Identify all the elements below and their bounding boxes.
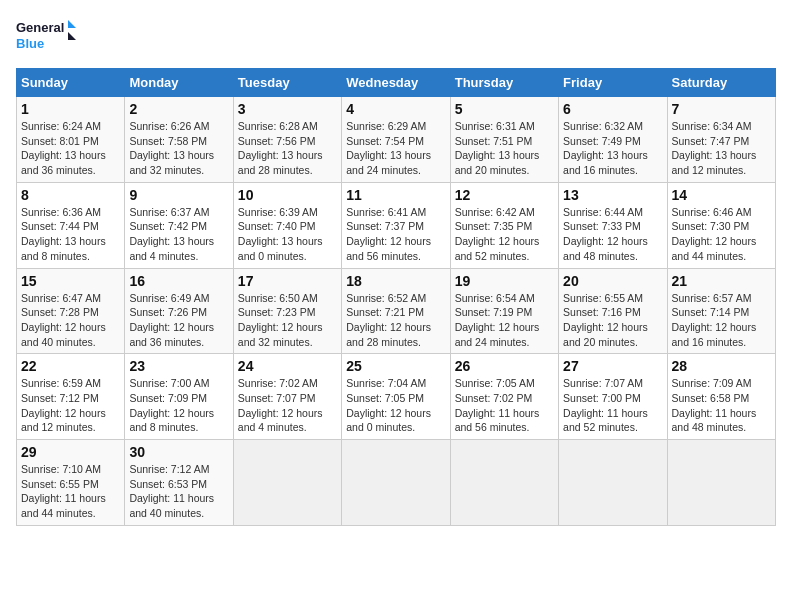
- day-number: 1: [21, 101, 120, 117]
- sunset-label: Sunset: 7:51 PM: [455, 135, 533, 147]
- calendar-cell: [342, 440, 450, 526]
- daylight-label: Daylight: 13 hours and 32 minutes.: [129, 149, 214, 176]
- calendar-cell: 11 Sunrise: 6:41 AM Sunset: 7:37 PM Dayl…: [342, 182, 450, 268]
- daylight-label: Daylight: 13 hours and 8 minutes.: [21, 235, 106, 262]
- sunrise-label: Sunrise: 6:29 AM: [346, 120, 426, 132]
- sunrise-label: Sunrise: 7:07 AM: [563, 377, 643, 389]
- calendar-cell: [233, 440, 341, 526]
- daylight-label: Daylight: 13 hours and 0 minutes.: [238, 235, 323, 262]
- day-number: 27: [563, 358, 662, 374]
- sunset-label: Sunset: 6:53 PM: [129, 478, 207, 490]
- calendar-cell: 10 Sunrise: 6:39 AM Sunset: 7:40 PM Dayl…: [233, 182, 341, 268]
- sunrise-label: Sunrise: 6:37 AM: [129, 206, 209, 218]
- daylight-label: Daylight: 13 hours and 28 minutes.: [238, 149, 323, 176]
- sunset-label: Sunset: 7:12 PM: [21, 392, 99, 404]
- day-info: Sunrise: 7:12 AM Sunset: 6:53 PM Dayligh…: [129, 462, 228, 521]
- sunset-label: Sunset: 7:58 PM: [129, 135, 207, 147]
- day-info: Sunrise: 6:34 AM Sunset: 7:47 PM Dayligh…: [672, 119, 771, 178]
- calendar-week-5: 29 Sunrise: 7:10 AM Sunset: 6:55 PM Dayl…: [17, 440, 776, 526]
- daylight-label: Daylight: 13 hours and 4 minutes.: [129, 235, 214, 262]
- daylight-label: Daylight: 13 hours and 24 minutes.: [346, 149, 431, 176]
- daylight-label: Daylight: 12 hours and 4 minutes.: [238, 407, 323, 434]
- daylight-label: Daylight: 12 hours and 8 minutes.: [129, 407, 214, 434]
- calendar-cell: [667, 440, 775, 526]
- day-info: Sunrise: 6:50 AM Sunset: 7:23 PM Dayligh…: [238, 291, 337, 350]
- day-number: 13: [563, 187, 662, 203]
- day-info: Sunrise: 6:41 AM Sunset: 7:37 PM Dayligh…: [346, 205, 445, 264]
- calendar-cell: [559, 440, 667, 526]
- sunrise-label: Sunrise: 6:49 AM: [129, 292, 209, 304]
- day-info: Sunrise: 6:49 AM Sunset: 7:26 PM Dayligh…: [129, 291, 228, 350]
- sunset-label: Sunset: 7:28 PM: [21, 306, 99, 318]
- day-info: Sunrise: 6:36 AM Sunset: 7:44 PM Dayligh…: [21, 205, 120, 264]
- day-info: Sunrise: 6:37 AM Sunset: 7:42 PM Dayligh…: [129, 205, 228, 264]
- day-number: 22: [21, 358, 120, 374]
- sunset-label: Sunset: 7:44 PM: [21, 220, 99, 232]
- sunset-label: Sunset: 7:26 PM: [129, 306, 207, 318]
- sunrise-label: Sunrise: 6:57 AM: [672, 292, 752, 304]
- sunrise-label: Sunrise: 7:09 AM: [672, 377, 752, 389]
- daylight-label: Daylight: 12 hours and 12 minutes.: [21, 407, 106, 434]
- calendar-cell: 8 Sunrise: 6:36 AM Sunset: 7:44 PM Dayli…: [17, 182, 125, 268]
- sunset-label: Sunset: 7:49 PM: [563, 135, 641, 147]
- calendar-cell: [450, 440, 558, 526]
- sunset-label: Sunset: 7:16 PM: [563, 306, 641, 318]
- calendar-cell: 26 Sunrise: 7:05 AM Sunset: 7:02 PM Dayl…: [450, 354, 558, 440]
- svg-text:General: General: [16, 20, 64, 35]
- day-number: 17: [238, 273, 337, 289]
- calendar-cell: 13 Sunrise: 6:44 AM Sunset: 7:33 PM Dayl…: [559, 182, 667, 268]
- sunrise-label: Sunrise: 6:42 AM: [455, 206, 535, 218]
- sunrise-label: Sunrise: 6:55 AM: [563, 292, 643, 304]
- sunset-label: Sunset: 7:37 PM: [346, 220, 424, 232]
- weekday-header-monday: Monday: [125, 69, 233, 97]
- calendar-cell: 5 Sunrise: 6:31 AM Sunset: 7:51 PM Dayli…: [450, 97, 558, 183]
- sunset-label: Sunset: 6:55 PM: [21, 478, 99, 490]
- sunset-label: Sunset: 7:35 PM: [455, 220, 533, 232]
- day-number: 29: [21, 444, 120, 460]
- day-info: Sunrise: 6:42 AM Sunset: 7:35 PM Dayligh…: [455, 205, 554, 264]
- day-info: Sunrise: 6:28 AM Sunset: 7:56 PM Dayligh…: [238, 119, 337, 178]
- sunrise-label: Sunrise: 6:46 AM: [672, 206, 752, 218]
- daylight-label: Daylight: 11 hours and 56 minutes.: [455, 407, 540, 434]
- calendar-cell: 19 Sunrise: 6:54 AM Sunset: 7:19 PM Dayl…: [450, 268, 558, 354]
- daylight-label: Daylight: 12 hours and 0 minutes.: [346, 407, 431, 434]
- day-info: Sunrise: 6:54 AM Sunset: 7:19 PM Dayligh…: [455, 291, 554, 350]
- daylight-label: Daylight: 12 hours and 32 minutes.: [238, 321, 323, 348]
- sunrise-label: Sunrise: 7:10 AM: [21, 463, 101, 475]
- sunrise-label: Sunrise: 7:02 AM: [238, 377, 318, 389]
- calendar-cell: 12 Sunrise: 6:42 AM Sunset: 7:35 PM Dayl…: [450, 182, 558, 268]
- day-info: Sunrise: 6:29 AM Sunset: 7:54 PM Dayligh…: [346, 119, 445, 178]
- sunset-label: Sunset: 7:05 PM: [346, 392, 424, 404]
- day-number: 28: [672, 358, 771, 374]
- calendar-cell: 25 Sunrise: 7:04 AM Sunset: 7:05 PM Dayl…: [342, 354, 450, 440]
- calendar-cell: 15 Sunrise: 6:47 AM Sunset: 7:28 PM Dayl…: [17, 268, 125, 354]
- day-number: 16: [129, 273, 228, 289]
- calendar-week-1: 1 Sunrise: 6:24 AM Sunset: 8:01 PM Dayli…: [17, 97, 776, 183]
- sunset-label: Sunset: 7:42 PM: [129, 220, 207, 232]
- sunset-label: Sunset: 7:33 PM: [563, 220, 641, 232]
- daylight-label: Daylight: 13 hours and 12 minutes.: [672, 149, 757, 176]
- calendar-cell: 20 Sunrise: 6:55 AM Sunset: 7:16 PM Dayl…: [559, 268, 667, 354]
- daylight-label: Daylight: 12 hours and 36 minutes.: [129, 321, 214, 348]
- sunset-label: Sunset: 7:47 PM: [672, 135, 750, 147]
- sunset-label: Sunset: 7:00 PM: [563, 392, 641, 404]
- sunrise-label: Sunrise: 6:41 AM: [346, 206, 426, 218]
- page-header: General Blue: [16, 16, 776, 56]
- calendar-cell: 2 Sunrise: 6:26 AM Sunset: 7:58 PM Dayli…: [125, 97, 233, 183]
- sunset-label: Sunset: 7:19 PM: [455, 306, 533, 318]
- day-info: Sunrise: 7:00 AM Sunset: 7:09 PM Dayligh…: [129, 376, 228, 435]
- daylight-label: Daylight: 12 hours and 44 minutes.: [672, 235, 757, 262]
- calendar-table: SundayMondayTuesdayWednesdayThursdayFrid…: [16, 68, 776, 526]
- daylight-label: Daylight: 11 hours and 52 minutes.: [563, 407, 648, 434]
- sunrise-label: Sunrise: 6:26 AM: [129, 120, 209, 132]
- day-number: 26: [455, 358, 554, 374]
- daylight-label: Daylight: 11 hours and 44 minutes.: [21, 492, 106, 519]
- calendar-cell: 9 Sunrise: 6:37 AM Sunset: 7:42 PM Dayli…: [125, 182, 233, 268]
- sunrise-label: Sunrise: 6:47 AM: [21, 292, 101, 304]
- calendar-cell: 24 Sunrise: 7:02 AM Sunset: 7:07 PM Dayl…: [233, 354, 341, 440]
- weekday-header-friday: Friday: [559, 69, 667, 97]
- sunrise-label: Sunrise: 7:00 AM: [129, 377, 209, 389]
- day-number: 15: [21, 273, 120, 289]
- calendar-cell: 30 Sunrise: 7:12 AM Sunset: 6:53 PM Dayl…: [125, 440, 233, 526]
- day-info: Sunrise: 7:09 AM Sunset: 6:58 PM Dayligh…: [672, 376, 771, 435]
